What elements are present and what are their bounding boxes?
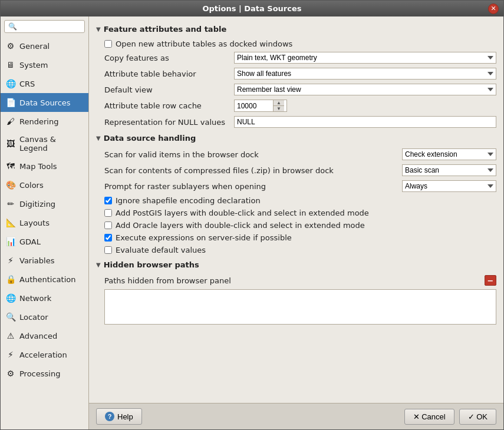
oracle-row: Add Oracle layers with double-click and … <box>96 221 496 230</box>
postgis-checkbox[interactable] <box>104 209 112 217</box>
sidebar-item-system[interactable]: 🖥System <box>1 55 88 74</box>
sidebar-item-crs[interactable]: 🌐CRS <box>1 74 88 93</box>
attr-behavior-label: Attribute table behavior <box>104 70 234 78</box>
sidebar-label-layouts: Layouts <box>19 219 50 227</box>
sidebar-label-general: General <box>19 42 50 51</box>
help-button[interactable]: ? Help <box>96 408 142 425</box>
prompt-raster-select[interactable]: AlwaysIf neededNever <box>402 180 496 192</box>
sidebar-label-canvas-legend: Canvas & Legend <box>19 135 84 153</box>
right-buttons: ✕ Cancel ✓ OK <box>404 409 496 425</box>
sidebar-item-layouts[interactable]: 📐Layouts <box>1 213 88 232</box>
prompt-raster-label: Prompt for raster sublayers when opening <box>104 182 402 191</box>
sidebar-item-processing[interactable]: ⚙Processing <box>1 364 88 383</box>
sidebar-label-crs: CRS <box>19 80 35 88</box>
prompt-raster-row: Prompt for raster sublayers when opening… <box>96 180 496 192</box>
scan-valid-row: Scan for valid items in the browser dock… <box>96 148 496 160</box>
sidebar-label-variables: Variables <box>19 256 54 265</box>
sidebar-item-colors[interactable]: 🎨Colors <box>1 176 88 194</box>
main-content: ⚙General🖥System🌐CRS📄Data Sources🖌Renderi… <box>1 16 503 429</box>
sidebar-label-colors: Colors <box>19 181 44 190</box>
sidebar-item-general[interactable]: ⚙General <box>1 37 88 55</box>
sidebar-icon-gdal: 📊 <box>5 236 16 247</box>
spinbox-up[interactable]: ▲ <box>274 100 284 105</box>
sidebar-item-variables[interactable]: ⚡Variables <box>1 251 88 270</box>
attr-behavior-row: Attribute table behavior Show all featur… <box>96 68 496 80</box>
sidebar-icon-system: 🖥 <box>5 59 16 70</box>
default-view-control: Remember last viewTable viewForm view <box>234 84 496 95</box>
data-source-handling-section: ▼ Data source handling <box>96 134 496 143</box>
cancel-button[interactable]: ✕ Cancel <box>404 409 454 425</box>
spinbox-buttons: ▲ ▼ <box>273 100 284 111</box>
main-window: Options | Data Sources ✕ ⚙General🖥System… <box>0 0 504 430</box>
sidebar-icon-advanced: ⚠ <box>5 330 16 341</box>
sidebar-item-digitizing[interactable]: ✏Digitizing <box>1 194 88 213</box>
row-cache-spinbox: 10000 ▲ ▼ <box>234 100 287 112</box>
sidebar-icon-general: ⚙ <box>5 41 16 51</box>
ok-button[interactable]: ✓ OK <box>459 409 496 425</box>
sidebar-icon-canvas-legend: 🖼 <box>5 138 16 149</box>
sidebar-label-advanced: Advanced <box>19 332 57 340</box>
ignore-shapefile-checkbox[interactable] <box>104 197 112 204</box>
sidebar-item-network[interactable]: 🌐Network <box>1 289 88 307</box>
feature-attributes-section: ▼ Feature attributes and table <box>96 25 496 34</box>
scan-compressed-select[interactable]: Basic scanFull scanNo <box>402 164 496 176</box>
sidebar-label-system: System <box>19 61 48 70</box>
evaluate-default-checkbox[interactable] <box>104 246 112 254</box>
sidebar-label-network: Network <box>19 294 51 303</box>
sidebar-label-locator: Locator <box>19 313 48 322</box>
sidebar-item-gdal[interactable]: 📊GDAL <box>1 232 88 251</box>
attr-behavior-select[interactable]: Show all featuresShow selected featuresS… <box>234 68 496 80</box>
sidebar-label-digitizing: Digitizing <box>19 200 55 209</box>
scan-valid-select[interactable]: Check extensionCheck file contents <box>402 148 496 160</box>
default-view-select[interactable]: Remember last viewTable viewForm view <box>234 84 496 95</box>
sidebar-label-rendering: Rendering <box>19 117 58 126</box>
row-cache-input[interactable]: 10000 <box>235 100 273 111</box>
sidebar-item-authentication[interactable]: 🔒Authentication <box>1 270 88 289</box>
help-label: Help <box>117 412 133 421</box>
oracle-checkbox[interactable] <box>104 221 112 229</box>
feature-attributes-label: Feature attributes and table <box>104 25 227 34</box>
null-repr-control <box>234 116 496 128</box>
execute-expr-row: Execute expressions on server-side if po… <box>96 233 496 242</box>
execute-expr-label: Execute expressions on server-side if po… <box>116 233 292 242</box>
scan-valid-label: Scan for valid items in the browser dock <box>104 150 402 159</box>
copy-features-select[interactable]: Plain text, WKT geometryPlain text, WKB … <box>234 52 496 64</box>
sidebar-item-locator[interactable]: 🔍Locator <box>1 307 88 326</box>
sidebar-item-map-tools[interactable]: 🗺Map Tools <box>1 157 88 176</box>
spinbox-down[interactable]: ▼ <box>274 105 284 111</box>
postgis-label: Add PostGIS layers with double-click and… <box>116 209 369 217</box>
sidebar-icon-digitizing: ✏ <box>5 199 16 209</box>
row-cache-control: 10000 ▲ ▼ <box>234 100 496 112</box>
sidebar-label-gdal: GDAL <box>19 237 41 246</box>
sidebar-item-advanced[interactable]: ⚠Advanced <box>1 326 88 345</box>
sidebar-item-acceleration[interactable]: ⚡Acceleration <box>1 345 88 364</box>
sidebar-icon-rendering: 🖌 <box>5 116 16 127</box>
open-docked-row: Open new attribute tables as docked wind… <box>96 39 496 48</box>
evaluate-default-label: Evaluate default values <box>116 246 206 254</box>
sidebar-search[interactable] <box>4 20 85 33</box>
content-area: ▼ Feature attributes and table Open new … <box>89 16 503 403</box>
row-cache-row: Attribute table row cache 10000 ▲ ▼ <box>96 100 496 112</box>
oracle-label: Add Oracle layers with double-click and … <box>116 221 365 230</box>
sidebar-label-map-tools: Map Tools <box>19 162 57 171</box>
paths-textarea[interactable] <box>104 289 496 325</box>
remove-path-button[interactable] <box>485 275 496 286</box>
default-view-row: Default view Remember last viewTable vie… <box>96 84 496 95</box>
sidebar-item-data-sources[interactable]: 📄Data Sources <box>1 93 88 112</box>
execute-expr-checkbox[interactable] <box>104 234 112 242</box>
ignore-shapefile-row: Ignore shapefile encoding declaration <box>96 196 496 205</box>
sidebar-label-acceleration: Acceleration <box>19 350 67 359</box>
close-button[interactable]: ✕ <box>488 4 499 14</box>
sidebar-icon-colors: 🎨 <box>5 180 16 190</box>
sidebar-label-processing: Processing <box>19 369 60 378</box>
sidebar-icon-map-tools: 🗺 <box>5 161 16 171</box>
triangle-icon3: ▼ <box>96 262 101 268</box>
data-source-handling-label: Data source handling <box>104 134 196 143</box>
triangle-icon2: ▼ <box>96 135 101 141</box>
open-docked-checkbox[interactable] <box>104 40 112 48</box>
null-repr-input[interactable] <box>234 116 496 128</box>
sidebar-item-rendering[interactable]: 🖌Rendering <box>1 112 88 131</box>
sidebar-item-canvas-legend[interactable]: 🖼Canvas & Legend <box>1 131 88 157</box>
null-repr-label: Representation for NULL values <box>104 118 234 127</box>
titlebar: Options | Data Sources ✕ <box>1 1 503 16</box>
